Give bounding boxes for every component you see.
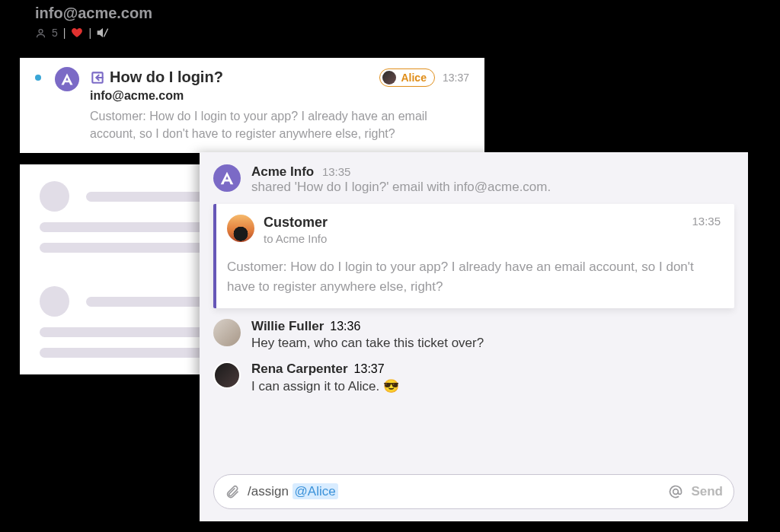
- user-avatar: [213, 319, 241, 346]
- composer-input[interactable]: /assign @Alice: [248, 484, 338, 499]
- mention-icon[interactable]: [668, 484, 683, 499]
- chat-panel: Acme Info 13:35 shared 'How do I login?'…: [200, 152, 748, 521]
- customer-avatar: [227, 215, 254, 242]
- message-author: Rena Carpenter: [251, 362, 348, 377]
- unread-dot: [35, 75, 41, 81]
- message-composer[interactable]: /assign @Alice Send: [213, 474, 734, 509]
- ticket-time: 13:37: [443, 72, 469, 84]
- share-text: shared 'How do I login?' email with info…: [251, 180, 551, 195]
- svg-point-0: [39, 29, 43, 33]
- assignee-name: Alice: [401, 72, 426, 84]
- email-card[interactable]: Customer to Acme Info 13:35 Customer: Ho…: [213, 204, 734, 308]
- mute-icon[interactable]: [97, 27, 109, 39]
- chat-message: Rena Carpenter 13:37 I can assign it to …: [213, 362, 734, 394]
- channel-title[interactable]: info@acme.com: [35, 5, 152, 22]
- message-time: 13:36: [330, 320, 360, 333]
- email-recipient: to Acme Info: [264, 232, 328, 245]
- channel-header: info@acme.com 5 | |: [35, 5, 152, 39]
- people-icon: [35, 27, 46, 39]
- message-time: 13:37: [354, 362, 385, 376]
- message-author: Willie Fuller: [251, 319, 324, 334]
- email-sender: Customer: [264, 215, 328, 231]
- ticket-list-item[interactable]: How do I login? info@acme.com Customer: …: [20, 58, 484, 153]
- attachment-icon[interactable]: [225, 484, 240, 499]
- message-text: I can assign it to Alice. 😎: [251, 378, 399, 394]
- heart-icon[interactable]: [71, 27, 83, 39]
- assignee-avatar: [382, 71, 396, 84]
- divider: |: [63, 27, 66, 39]
- send-button[interactable]: Send: [691, 484, 723, 499]
- divider: |: [88, 27, 91, 39]
- people-count: 5: [52, 27, 58, 39]
- email-time: 13:35: [692, 215, 721, 228]
- share-event: Acme Info 13:35 shared 'How do I login?'…: [213, 164, 734, 195]
- ticket-preview: Customer: How do I login to your app? I …: [90, 107, 471, 142]
- share-actor: Acme Info: [251, 164, 314, 179]
- ticket-subject: How do I login?: [110, 68, 223, 86]
- svg-line-1: [104, 29, 107, 37]
- composer-mention: @Alice: [292, 483, 338, 499]
- composer-command: /assign: [248, 484, 292, 499]
- acme-avatar: [55, 67, 79, 91]
- message-text: Hey team, who can take this ticket over?: [251, 336, 484, 351]
- ticket-from: info@acme.com: [90, 89, 471, 103]
- assignee-pill[interactable]: Alice: [379, 68, 434, 87]
- share-in-icon: [90, 70, 105, 85]
- svg-point-3: [673, 489, 679, 495]
- channel-meta: 5 | |: [35, 27, 152, 39]
- chat-message: Willie Fuller 13:36 Hey team, who can ta…: [213, 319, 734, 351]
- acme-avatar: [213, 164, 241, 192]
- share-time: 13:35: [322, 165, 351, 178]
- user-avatar: [213, 362, 241, 389]
- email-body: Customer: How do I login to your app? I …: [227, 257, 721, 296]
